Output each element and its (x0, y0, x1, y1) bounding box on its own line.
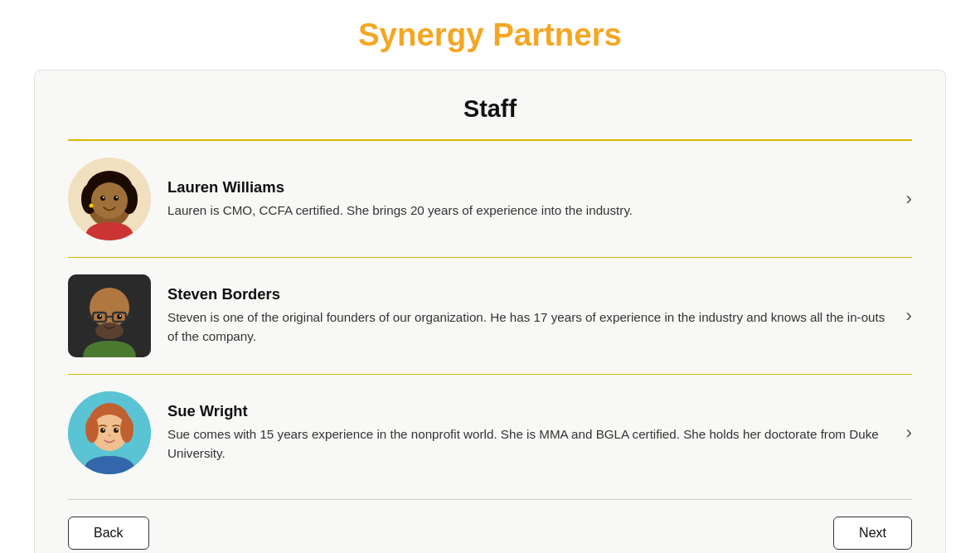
svg-point-30 (116, 429, 118, 430)
svg-point-25 (85, 416, 99, 443)
app-title: Synergy Partners (358, 17, 622, 53)
svg-point-18 (117, 314, 122, 319)
svg-point-7 (103, 196, 104, 198)
svg-point-4 (91, 182, 128, 219)
svg-point-28 (114, 428, 119, 433)
svg-point-21 (95, 323, 124, 339)
main-card: Staff (34, 70, 946, 553)
avatar-sue (68, 391, 151, 474)
staff-item-steven[interactable]: Steven Borders Steven is one of the orig… (68, 258, 912, 375)
next-button[interactable]: Next (833, 517, 912, 550)
chevron-icon-lauren: › (906, 188, 912, 210)
svg-point-27 (100, 428, 105, 433)
staff-item-lauren[interactable]: Lauren Williams Lauren is CMO, CCFA cert… (68, 141, 912, 258)
svg-point-31 (109, 434, 111, 437)
chevron-icon-sue: › (906, 422, 912, 444)
card-title: Staff (68, 95, 912, 123)
svg-point-26 (120, 416, 133, 443)
svg-point-20 (119, 315, 121, 317)
staff-name-lauren: Lauren Williams (167, 178, 893, 196)
chevron-icon-steven: › (906, 305, 912, 327)
staff-info-lauren: Lauren Williams Lauren is CMO, CCFA cert… (167, 178, 893, 221)
svg-point-5 (100, 196, 105, 201)
action-row: Back Next (68, 517, 912, 550)
staff-list: Lauren Williams Lauren is CMO, CCFA cert… (68, 141, 912, 491)
back-button[interactable]: Back (68, 517, 149, 550)
svg-point-6 (114, 196, 119, 201)
staff-bio-sue: Sue comes with 15 years experience in th… (167, 425, 893, 463)
avatar-lauren (68, 158, 151, 240)
staff-info-sue: Sue Wright Sue comes with 15 years exper… (167, 402, 893, 463)
staff-info-steven: Steven Borders Steven is one of the orig… (167, 285, 893, 347)
svg-point-9 (90, 204, 94, 208)
svg-point-8 (116, 196, 118, 198)
staff-name-steven: Steven Borders (167, 285, 893, 303)
svg-point-17 (97, 314, 102, 319)
staff-bio-steven: Steven is one of the original founders o… (167, 308, 893, 347)
staff-name-sue: Sue Wright (167, 402, 893, 420)
avatar-steven (68, 274, 151, 357)
svg-point-19 (99, 315, 101, 317)
bottom-divider (68, 499, 912, 500)
svg-point-29 (103, 429, 104, 430)
staff-item-sue[interactable]: Sue Wright Sue comes with 15 years exper… (68, 375, 912, 491)
staff-bio-lauren: Lauren is CMO, CCFA certified. She bring… (167, 201, 893, 221)
